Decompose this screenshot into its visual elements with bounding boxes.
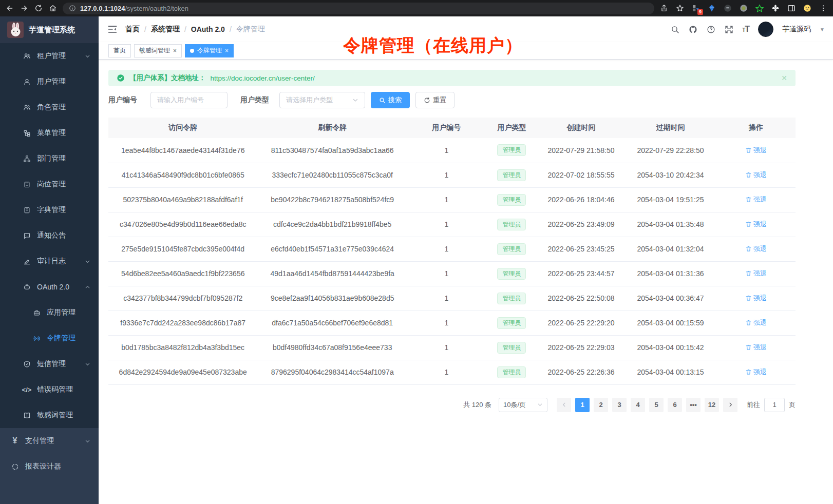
- page-button-1[interactable]: 1: [575, 398, 590, 412]
- close-icon[interactable]: ×: [173, 48, 177, 54]
- sidebar-item-audit-log[interactable]: 审计日志: [0, 248, 99, 274]
- force-logout-button[interactable]: 强退: [745, 367, 767, 377]
- sidebar-item-dept[interactable]: 部门管理: [0, 146, 99, 171]
- url-host: 127.0.0.1:1024: [80, 5, 125, 12]
- help-icon[interactable]: [706, 25, 715, 34]
- page-button-5[interactable]: 5: [649, 398, 664, 412]
- page-button-4[interactable]: 4: [631, 398, 645, 412]
- user-id-cell: 1: [407, 311, 486, 335]
- reset-button[interactable]: 重置: [415, 92, 455, 108]
- sidebar-item-sms[interactable]: 短信管理: [0, 351, 99, 377]
- force-logout-button[interactable]: 强退: [745, 294, 767, 303]
- column-header: 访问令牌: [108, 118, 257, 138]
- force-logout-button[interactable]: 强退: [745, 269, 767, 278]
- page-button-2[interactable]: 2: [594, 398, 608, 412]
- dark-circle-extension-icon[interactable]: [723, 4, 732, 13]
- sidebar-item-role[interactable]: 角色管理: [0, 94, 99, 120]
- fullscreen-icon[interactable]: [724, 25, 733, 34]
- share-icon[interactable]: [659, 4, 669, 13]
- sidebar-item-user[interactable]: 用户管理: [0, 69, 99, 94]
- sidebar-item-oauth2[interactable]: OAuth 2.0: [0, 274, 99, 300]
- force-logout-button[interactable]: 强退: [745, 343, 767, 352]
- user-type-cell: 管理员: [486, 138, 538, 163]
- emoji-extension-icon[interactable]: [803, 4, 812, 13]
- extension-grid-icon[interactable]: 9: [691, 4, 701, 13]
- force-logout-button[interactable]: 强退: [745, 170, 767, 180]
- sidebar-item-oauth2-app[interactable]: 应用管理: [0, 300, 99, 325]
- expire-time-cell: 2054-03-04 00:15:59: [624, 311, 716, 335]
- force-logout-button[interactable]: 强退: [745, 195, 767, 204]
- github-icon[interactable]: [688, 25, 697, 34]
- sidebar-item-error-code[interactable]: </>错误码管理: [0, 377, 99, 402]
- expire-time-cell: 2054-03-04 01:31:36: [624, 261, 716, 286]
- sidebar-item-notice[interactable]: 通知公告: [0, 223, 99, 248]
- prev-page-button[interactable]: [557, 398, 571, 412]
- sidebar-item-tenant[interactable]: 租户管理: [0, 43, 99, 69]
- sidebar-item-menu[interactable]: 菜单管理: [0, 120, 99, 146]
- font-size-icon[interactable]: TT: [742, 25, 749, 34]
- sidebar-collapse-icon[interactable]: [107, 24, 118, 34]
- page-button-3[interactable]: 3: [612, 398, 627, 412]
- breadcrumb-item[interactable]: 首页: [125, 25, 140, 34]
- browser-home-icon[interactable]: [48, 4, 58, 13]
- sidebar-item-label: 审计日志: [37, 257, 66, 266]
- browser-back-icon[interactable]: [5, 4, 14, 13]
- force-logout-button[interactable]: 强退: [745, 318, 767, 327]
- green-star-extension-icon[interactable]: [755, 4, 764, 13]
- tab-令牌管理[interactable]: 令牌管理×: [185, 44, 234, 57]
- next-page-button[interactable]: [723, 398, 737, 412]
- search-button[interactable]: 搜索: [371, 92, 410, 108]
- sidebar-item-pay[interactable]: ¥支付管理: [0, 428, 99, 454]
- refresh-token-cell: dfa6c71a50a54c66bef706ef9e6e8d81: [257, 311, 407, 335]
- page-size-select[interactable]: 10条/页: [499, 398, 547, 412]
- sidebar-item-oauth2-token[interactable]: 令牌管理: [0, 325, 99, 351]
- tab-敏感词管理[interactable]: 敏感词管理×: [134, 44, 182, 57]
- gem-extension-icon[interactable]: [707, 4, 716, 13]
- sidebar: 芋道管理系统 租户管理用户管理角色管理菜单管理部门管理岗位管理字典管理通知公告审…: [0, 16, 99, 504]
- created-time-cell: 2022-06-25 23:44:57: [538, 261, 624, 286]
- goto-page-input[interactable]: [764, 398, 785, 412]
- alert-close-icon[interactable]: ✕: [781, 74, 787, 82]
- alert-doc-link[interactable]: https://doc.iocoder.cn/user-center/: [211, 74, 315, 82]
- access-token-cell: c347026e805e4d99b0d116eae66eda8c: [108, 212, 257, 237]
- breadcrumb-separator: /: [184, 25, 186, 33]
- force-logout-button[interactable]: 强退: [745, 244, 767, 254]
- user-id-input[interactable]: 请输入用户编号: [150, 92, 228, 108]
- force-logout-button[interactable]: 强退: [745, 220, 767, 229]
- username[interactable]: 芋道源码: [782, 25, 811, 34]
- sidebar-item-sensitive-word[interactable]: 敏感词管理: [0, 402, 99, 428]
- panel-extension-icon[interactable]: [787, 4, 796, 13]
- page-ellipsis[interactable]: •••: [686, 398, 701, 412]
- user-id-cell: 1: [407, 212, 486, 237]
- browser-forward-icon[interactable]: [20, 4, 29, 13]
- page-button-12[interactable]: 12: [705, 398, 719, 412]
- search-icon[interactable]: [670, 25, 679, 34]
- access-token-cell: 41c41346a548490f9dc8b01c6bfe0865: [108, 163, 257, 187]
- created-time-cell: 2022-06-25 23:49:09: [538, 212, 624, 237]
- breadcrumb-item[interactable]: OAuth 2.0: [191, 25, 225, 33]
- sidebar-item-label: 短信管理: [37, 359, 66, 369]
- page-button-6[interactable]: 6: [668, 398, 682, 412]
- tree-icon: [23, 129, 31, 137]
- browser-menu-icon[interactable]: [819, 4, 828, 13]
- tab-首页[interactable]: 首页: [108, 44, 131, 57]
- sidebar-item-post[interactable]: 岗位管理: [0, 171, 99, 197]
- bookmark-star-icon[interactable]: [675, 4, 685, 13]
- tab-label: 令牌管理: [197, 46, 222, 55]
- site-info-icon[interactable]: [69, 5, 76, 12]
- green-circle-extension-icon[interactable]: [739, 4, 748, 13]
- close-icon[interactable]: ×: [225, 48, 229, 54]
- user-type-select[interactable]: 请选择用户类型: [279, 92, 365, 108]
- avatar[interactable]: [758, 22, 773, 37]
- openbook-icon: [23, 411, 31, 419]
- chevron-down-icon[interactable]: ▼: [820, 27, 825, 32]
- user-type-cell: 管理员: [486, 311, 538, 335]
- force-logout-button[interactable]: 强退: [745, 146, 767, 155]
- sidebar-item-dict[interactable]: 字典管理: [0, 197, 99, 223]
- browser-reload-icon[interactable]: [34, 4, 43, 13]
- sidebar-item-report[interactable]: 报表设计器: [0, 454, 99, 479]
- url-bar[interactable]: 127.0.0.1:1024/system/oauth2/token: [63, 3, 654, 14]
- action-cell: 强退: [716, 163, 796, 187]
- breadcrumb-item[interactable]: 系统管理: [151, 25, 180, 34]
- pinwheel-extension-icon[interactable]: [771, 4, 780, 13]
